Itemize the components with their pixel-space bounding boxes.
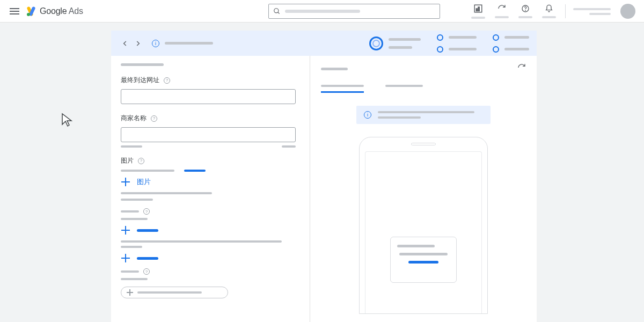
chevron-right-icon <box>134 40 142 47</box>
chevron-left-icon <box>121 40 129 47</box>
help-icon[interactable]: ? <box>151 115 157 122</box>
preview-refresh-button[interactable] <box>517 63 526 74</box>
step-current[interactable] <box>369 36 421 50</box>
search-input[interactable] <box>268 4 440 19</box>
reports-button[interactable] <box>469 4 488 19</box>
plus-icon <box>121 225 130 235</box>
back-button[interactable] <box>119 37 131 50</box>
forward-button[interactable] <box>131 37 144 50</box>
phone-mockup <box>359 137 488 314</box>
search-placeholder <box>285 10 360 13</box>
bar-chart-icon <box>473 4 483 13</box>
ad-cta-placeholder <box>408 261 438 264</box>
business-name-label: 商家名称? <box>121 114 300 123</box>
phone-speaker-icon <box>411 143 436 145</box>
step-indicator-icon <box>493 46 499 53</box>
avatar[interactable] <box>620 4 635 19</box>
preview-tab-2[interactable] <box>385 85 423 93</box>
svg-point-0 <box>274 9 279 13</box>
help-icon[interactable]: ? <box>164 77 170 84</box>
topbar: Google Ads <box>0 0 644 23</box>
section-title-placeholder <box>121 63 164 66</box>
business-name-input[interactable] <box>121 127 296 142</box>
help-icon[interactable]: ? <box>143 268 150 275</box>
workspace: i 最终到达网址? 商家名称? <box>111 31 537 322</box>
svg-point-6 <box>525 10 526 11</box>
add-item-1-button[interactable] <box>121 225 300 235</box>
preview-tabs <box>321 85 526 93</box>
plus-icon <box>121 253 130 263</box>
svg-rect-3 <box>476 9 477 11</box>
add-chip-button[interactable] <box>121 287 228 298</box>
notifications-button[interactable] <box>539 4 559 18</box>
topbar-actions <box>469 0 635 23</box>
menu-icon[interactable] <box>10 6 19 16</box>
ads-logo-icon <box>27 6 36 16</box>
step-2a[interactable] <box>437 34 477 41</box>
final-url-label: 最终到达网址? <box>121 76 300 85</box>
svg-line-1 <box>278 12 280 14</box>
refresh-icon <box>497 4 506 13</box>
step-indicator-active-icon <box>369 36 383 50</box>
help-icon <box>521 4 530 13</box>
search-icon <box>273 8 281 15</box>
step-indicator-icon <box>437 46 443 53</box>
stepper-steps <box>369 34 529 53</box>
step-indicator-icon <box>493 34 499 41</box>
help-button[interactable] <box>516 4 535 18</box>
brand-logo: Google Ads <box>27 6 83 16</box>
help-icon[interactable]: ? <box>138 158 144 164</box>
info-icon[interactable]: i <box>152 40 159 47</box>
stepper-bar: i <box>111 31 537 56</box>
ad-preview: i <box>310 56 537 322</box>
preview-tab-1[interactable] <box>321 85 364 93</box>
final-url-input[interactable] <box>121 89 296 104</box>
step-3b[interactable] <box>493 46 529 53</box>
step-indicator-icon <box>437 34 443 41</box>
add-item-2-button[interactable] <box>121 253 300 263</box>
help-icon[interactable]: ? <box>143 208 150 215</box>
step-title-placeholder <box>165 42 213 45</box>
refresh-button[interactable] <box>492 4 511 18</box>
cursor-icon <box>61 113 74 128</box>
svg-rect-4 <box>478 7 479 11</box>
images-label: 图片? <box>121 156 300 165</box>
step-group-3 <box>493 34 529 53</box>
preview-title-placeholder <box>321 68 348 70</box>
step-3a[interactable] <box>493 34 529 41</box>
step-group-2 <box>437 34 477 53</box>
images-link[interactable] <box>184 170 206 172</box>
preview-info-banner: i <box>356 106 491 124</box>
phone-screen <box>365 151 482 313</box>
ad-form: 最终到达网址? 商家名称? 图片? 图片 ? <box>111 56 310 322</box>
add-images-button[interactable]: 图片 <box>121 177 300 187</box>
account-label <box>572 8 611 15</box>
brand-text: Google Ads <box>40 6 83 16</box>
info-icon: i <box>364 111 371 119</box>
ad-card <box>390 237 457 283</box>
step-2b[interactable] <box>437 46 477 53</box>
divider <box>565 4 566 18</box>
bell-icon <box>545 4 553 13</box>
plus-icon <box>121 177 130 187</box>
refresh-icon <box>517 63 526 72</box>
plus-icon <box>127 289 133 296</box>
